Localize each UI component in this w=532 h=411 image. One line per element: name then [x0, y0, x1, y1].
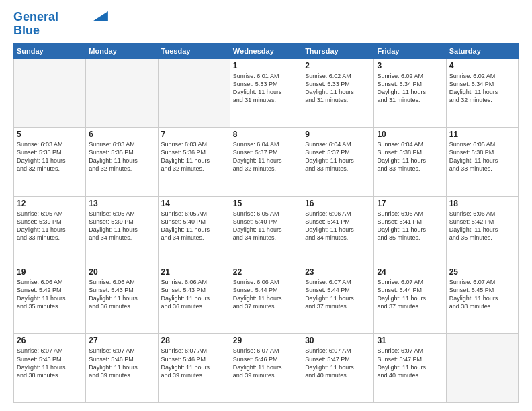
cal-cell: 12Sunrise: 6:05 AMSunset: 5:39 PMDayligh… [14, 196, 86, 265]
calendar-body: 1Sunrise: 6:01 AMSunset: 5:33 PMDaylight… [14, 58, 519, 402]
day-number: 20 [89, 267, 154, 277]
day-number: 30 [305, 336, 371, 345]
cal-cell: 29Sunrise: 6:07 AMSunset: 5:46 PMDayligh… [230, 334, 302, 403]
day-number: 25 [449, 267, 515, 277]
cal-cell: 15Sunrise: 6:05 AMSunset: 5:40 PMDayligh… [230, 196, 302, 265]
logo-blue-text: Blue [13, 24, 40, 38]
day-number: 9 [305, 130, 371, 139]
week-row-3: 19Sunrise: 6:06 AMSunset: 5:42 PMDayligh… [14, 265, 519, 334]
day-info: Sunrise: 6:02 AMSunset: 5:34 PMDaylight:… [449, 72, 515, 105]
logo-text: General [13, 11, 58, 24]
cal-cell: 18Sunrise: 6:06 AMSunset: 5:42 PMDayligh… [446, 196, 518, 265]
cal-cell: 5Sunrise: 6:03 AMSunset: 5:35 PMDaylight… [14, 128, 86, 196]
week-row-0: 1Sunrise: 6:01 AMSunset: 5:33 PMDaylight… [14, 58, 519, 127]
day-number: 28 [161, 336, 227, 345]
day-number: 6 [89, 130, 154, 139]
day-number: 12 [17, 199, 83, 208]
day-info: Sunrise: 6:04 AMSunset: 5:38 PMDaylight:… [377, 140, 443, 173]
day-info: Sunrise: 6:07 AMSunset: 5:47 PMDaylight:… [377, 347, 443, 379]
day-info: Sunrise: 6:07 AMSunset: 5:44 PMDaylight:… [377, 278, 443, 311]
dow-header-saturday: Saturday [446, 43, 518, 58]
cal-cell [14, 58, 86, 127]
week-row-4: 26Sunrise: 6:07 AMSunset: 5:45 PMDayligh… [14, 334, 519, 403]
page: General Blue SundayMondayTuesdayWednesda… [0, 0, 532, 411]
cal-cell: 30Sunrise: 6:07 AMSunset: 5:47 PMDayligh… [302, 334, 374, 403]
header: General Blue [13, 11, 519, 38]
day-info: Sunrise: 6:03 AMSunset: 5:35 PMDaylight:… [17, 140, 83, 173]
day-number: 16 [305, 199, 371, 208]
day-info: Sunrise: 6:03 AMSunset: 5:36 PMDaylight:… [161, 140, 227, 173]
dow-header-wednesday: Wednesday [230, 43, 302, 58]
day-number: 10 [377, 130, 443, 139]
cal-cell: 4Sunrise: 6:02 AMSunset: 5:34 PMDaylight… [446, 58, 518, 127]
cal-cell [158, 58, 230, 127]
cal-cell: 10Sunrise: 6:04 AMSunset: 5:38 PMDayligh… [374, 128, 446, 196]
day-info: Sunrise: 6:06 AMSunset: 5:41 PMDaylight:… [377, 210, 443, 242]
day-info: Sunrise: 6:05 AMSunset: 5:38 PMDaylight:… [449, 140, 515, 173]
day-number: 3 [377, 61, 443, 71]
days-of-week-row: SundayMondayTuesdayWednesdayThursdayFrid… [14, 43, 519, 58]
day-number: 18 [449, 199, 515, 208]
day-number: 1 [233, 61, 299, 71]
cal-cell: 25Sunrise: 6:07 AMSunset: 5:45 PMDayligh… [446, 265, 518, 334]
cal-cell: 28Sunrise: 6:07 AMSunset: 5:46 PMDayligh… [158, 334, 230, 403]
day-number: 11 [449, 130, 515, 139]
day-number: 26 [17, 336, 83, 345]
day-number: 7 [161, 130, 227, 139]
cal-cell: 7Sunrise: 6:03 AMSunset: 5:36 PMDaylight… [158, 128, 230, 196]
dow-header-sunday: Sunday [14, 43, 86, 58]
cal-cell [86, 58, 158, 127]
cal-cell: 22Sunrise: 6:06 AMSunset: 5:44 PMDayligh… [230, 265, 302, 334]
cal-cell: 13Sunrise: 6:05 AMSunset: 5:39 PMDayligh… [86, 196, 158, 265]
day-info: Sunrise: 6:06 AMSunset: 5:41 PMDaylight:… [305, 210, 371, 242]
day-number: 5 [17, 130, 83, 139]
cal-cell: 11Sunrise: 6:05 AMSunset: 5:38 PMDayligh… [446, 128, 518, 196]
day-info: Sunrise: 6:06 AMSunset: 5:42 PMDaylight:… [17, 278, 83, 311]
calendar-table: SundayMondayTuesdayWednesdayThursdayFrid… [13, 43, 519, 403]
day-info: Sunrise: 6:06 AMSunset: 5:43 PMDaylight:… [161, 278, 227, 311]
cal-cell: 9Sunrise: 6:04 AMSunset: 5:37 PMDaylight… [302, 128, 374, 196]
cal-cell: 8Sunrise: 6:04 AMSunset: 5:37 PMDaylight… [230, 128, 302, 196]
day-info: Sunrise: 6:04 AMSunset: 5:37 PMDaylight:… [233, 140, 299, 173]
cal-cell: 3Sunrise: 6:02 AMSunset: 5:34 PMDaylight… [374, 58, 446, 127]
cal-cell: 19Sunrise: 6:06 AMSunset: 5:42 PMDayligh… [14, 265, 86, 334]
day-number: 4 [449, 61, 515, 71]
cal-cell: 27Sunrise: 6:07 AMSunset: 5:46 PMDayligh… [86, 334, 158, 403]
cal-cell: 20Sunrise: 6:06 AMSunset: 5:43 PMDayligh… [86, 265, 158, 334]
cal-cell [446, 334, 518, 403]
day-info: Sunrise: 6:07 AMSunset: 5:44 PMDaylight:… [305, 278, 371, 311]
dow-header-tuesday: Tuesday [158, 43, 230, 58]
day-info: Sunrise: 6:01 AMSunset: 5:33 PMDaylight:… [233, 72, 299, 105]
cal-cell: 24Sunrise: 6:07 AMSunset: 5:44 PMDayligh… [374, 265, 446, 334]
day-info: Sunrise: 6:06 AMSunset: 5:42 PMDaylight:… [449, 210, 515, 242]
day-number: 17 [377, 199, 443, 208]
day-info: Sunrise: 6:03 AMSunset: 5:35 PMDaylight:… [89, 140, 154, 173]
day-number: 8 [233, 130, 299, 139]
day-info: Sunrise: 6:07 AMSunset: 5:47 PMDaylight:… [305, 347, 371, 379]
day-info: Sunrise: 6:07 AMSunset: 5:45 PMDaylight:… [17, 347, 83, 379]
day-info: Sunrise: 6:05 AMSunset: 5:40 PMDaylight:… [233, 210, 299, 242]
day-info: Sunrise: 6:07 AMSunset: 5:46 PMDaylight:… [233, 347, 299, 379]
day-number: 22 [233, 267, 299, 277]
dow-header-monday: Monday [86, 43, 158, 58]
cal-cell: 26Sunrise: 6:07 AMSunset: 5:45 PMDayligh… [14, 334, 86, 403]
day-number: 21 [161, 267, 227, 277]
day-number: 14 [161, 199, 227, 208]
cal-cell: 21Sunrise: 6:06 AMSunset: 5:43 PMDayligh… [158, 265, 230, 334]
day-number: 29 [233, 336, 299, 345]
day-number: 27 [89, 336, 154, 345]
cal-cell: 31Sunrise: 6:07 AMSunset: 5:47 PMDayligh… [374, 334, 446, 403]
cal-cell: 16Sunrise: 6:06 AMSunset: 5:41 PMDayligh… [302, 196, 374, 265]
day-info: Sunrise: 6:07 AMSunset: 5:46 PMDaylight:… [161, 347, 227, 379]
logo: General Blue [13, 11, 108, 38]
day-info: Sunrise: 6:05 AMSunset: 5:39 PMDaylight:… [89, 210, 154, 242]
logo-arrow-icon [93, 11, 108, 21]
svg-marker-0 [93, 11, 108, 21]
cal-cell: 6Sunrise: 6:03 AMSunset: 5:35 PMDaylight… [86, 128, 158, 196]
cal-cell: 1Sunrise: 6:01 AMSunset: 5:33 PMDaylight… [230, 58, 302, 127]
cal-cell: 17Sunrise: 6:06 AMSunset: 5:41 PMDayligh… [374, 196, 446, 265]
day-info: Sunrise: 6:07 AMSunset: 5:45 PMDaylight:… [449, 278, 515, 311]
day-info: Sunrise: 6:02 AMSunset: 5:34 PMDaylight:… [377, 72, 443, 105]
day-info: Sunrise: 6:02 AMSunset: 5:33 PMDaylight:… [305, 72, 371, 105]
day-number: 13 [89, 199, 154, 208]
